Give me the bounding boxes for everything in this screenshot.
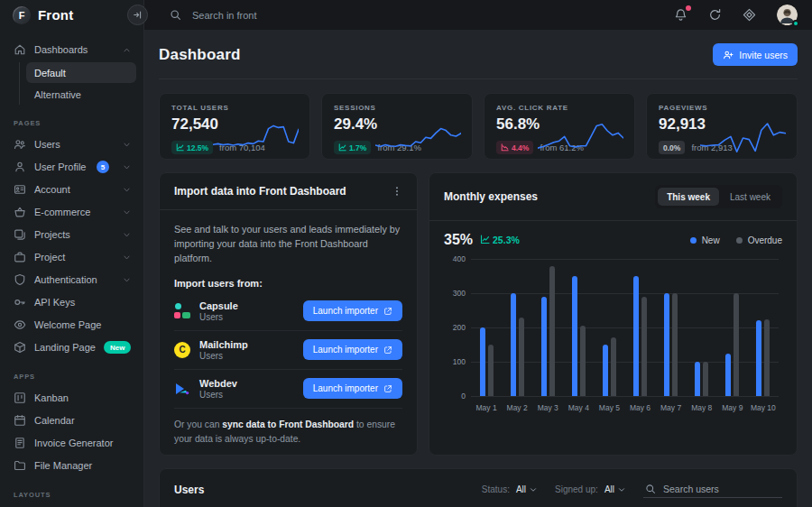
import-footer: Or you can sync data to Front Dashboard … (174, 408, 402, 447)
bar-new (756, 320, 761, 396)
import-card-title: Import data into Front Dashboard (174, 185, 346, 198)
expenses-headline: 35% 25.3% (444, 232, 520, 248)
refresh-button[interactable] (708, 8, 722, 22)
sidebar-item-users[interactable]: Users (7, 134, 136, 155)
sidebar-item-projects[interactable]: Projects (7, 224, 136, 245)
sidebar-item-api-keys[interactable]: API Keys (7, 291, 136, 313)
status-filter: Status: All (482, 484, 537, 494)
bar-new (664, 293, 669, 396)
monthly-expenses-card: Monthly expenses This weekLast week 35% … (429, 172, 798, 456)
bar-group-may-8 (687, 259, 717, 396)
sidebar-item-project[interactable]: Project (7, 246, 136, 268)
expenses-change: 25.3% (480, 235, 520, 245)
sidebar-badge: 5 (97, 161, 109, 173)
external-link-icon (383, 346, 392, 355)
global-search-input[interactable] (192, 10, 409, 21)
brand-logo[interactable]: F Front (0, 0, 143, 30)
external-link-icon (383, 384, 392, 393)
stat-card-sessions: SESSIONS29.4%1.7%from 29.1% (321, 93, 473, 160)
sidebar-section-label: APPS (14, 373, 136, 381)
sidebar-item-dashboards[interactable]: Dashboards (7, 39, 136, 60)
sidebar-item-invoice-generator[interactable]: Invoice Generator (7, 432, 136, 454)
launch-importer-button[interactable]: Launch importer (303, 300, 402, 321)
notifications-button[interactable] (674, 8, 687, 22)
sidebar-item-authentication[interactable]: Authentication (7, 269, 136, 290)
folder-icon (14, 459, 26, 472)
chevron-down-icon (123, 163, 131, 171)
sidebar-item-kanban[interactable]: Kanban (7, 387, 136, 409)
bar-overdue (703, 362, 708, 396)
bar-group-may-4 (563, 259, 594, 396)
sidebar-collapse-button[interactable] (127, 5, 148, 25)
source-type: Users (199, 390, 294, 400)
x-axis-label: May 8 (687, 403, 717, 412)
bars-container (471, 259, 779, 396)
status-filter-label: Status: (482, 484, 510, 494)
sidebar-nav: DashboardsDefaultAlternativePAGESUsersUs… (0, 30, 143, 507)
calendar-icon (14, 414, 26, 427)
legend-item-overdue[interactable]: Overdue (736, 235, 782, 245)
notification-dot (686, 5, 691, 11)
bar-overdue (549, 266, 555, 396)
sidebar-item-label: E-commerce (34, 207, 115, 217)
users-search-input[interactable] (663, 484, 780, 494)
bar-group-may-1 (471, 259, 502, 396)
sparkline (700, 116, 786, 158)
expenses-card-body: 35% 25.3% NewOverdue 4003002001000 May 1… (429, 221, 797, 455)
page-title: Dashboard (159, 46, 241, 64)
sidebar-item-account[interactable]: Account (7, 179, 136, 200)
sidebar-section-label: LAYOUTS (14, 491, 136, 499)
launch-importer-button[interactable]: Launch importer (303, 339, 402, 360)
page-header: Dashboard Invite users (159, 30, 798, 79)
search-icon (170, 9, 181, 21)
week-toggle-last-week[interactable]: Last week (721, 188, 780, 206)
status-filter-dropdown[interactable]: All (516, 484, 537, 494)
stats-row: TOTAL USERS72,54012.5%from 70,104SESSION… (159, 93, 798, 160)
sidebar-item-label: API Keys (34, 297, 131, 308)
sidebar-item-calendar[interactable]: Calendar (7, 410, 136, 431)
chart-legend: NewOverdue (690, 235, 782, 245)
apps-button[interactable] (743, 8, 756, 22)
import-source-row-mailchimp: CMailchimpUsersLaunch importer (174, 331, 402, 370)
source-name: Webdev (199, 378, 294, 389)
sync-data-link[interactable]: sync data to Front Dashboard (222, 419, 354, 429)
chevron-down-icon (618, 486, 625, 493)
stat-card-avg-click-rate: AVG. CLICK RATE56.8%4.4%from 61.2% (484, 93, 635, 160)
gridline (471, 396, 779, 397)
legend-item-new[interactable]: New (690, 235, 720, 245)
bar-group-may-2 (502, 259, 532, 396)
launch-importer-button[interactable]: Launch importer (303, 378, 402, 399)
stat-change-badge: 4.4% (496, 141, 533, 154)
stat-change-badge: 0.0% (659, 141, 685, 154)
sidebar-item-user-profile[interactable]: User Profile5 (7, 156, 136, 178)
sidebar-item-e-commerce[interactable]: E-commerce (7, 201, 136, 223)
app-root: F Front DashboardsDefaultAlternativePAGE… (0, 0, 812, 507)
chevron-down-icon (123, 254, 131, 262)
external-link-icon (383, 307, 392, 316)
sidebar-item-file-manager[interactable]: File Manager (7, 455, 136, 476)
sidebar-item-welcome-page[interactable]: Welcome Page (7, 314, 136, 336)
sidebar-subitem-alternative[interactable]: Alternative (26, 84, 136, 105)
bell-icon (674, 8, 687, 22)
signed-up-filter-dropdown[interactable]: All (604, 484, 625, 494)
sidebar-subitem-default[interactable]: Default (26, 62, 136, 83)
x-axis-label: May 5 (594, 403, 624, 412)
sidebar-item-label: Kanban (34, 392, 131, 403)
source-name: Capsule (199, 300, 294, 311)
sidebar-item-label: Projects (34, 229, 115, 240)
card-menu-button[interactable] (392, 186, 402, 197)
bar-overdue (764, 319, 770, 397)
users-card-header: Users Status: All Signed up: (160, 469, 797, 507)
bar-new (603, 345, 608, 396)
x-axis-label: May 4 (563, 403, 594, 412)
sidebar-item-label: Authentication (34, 274, 115, 285)
invite-users-button[interactable]: Invite users (713, 43, 798, 66)
y-axis-tick: 200 (444, 323, 466, 332)
invite-users-label: Invite users (739, 50, 788, 60)
sidebar-item-landing-page[interactable]: Landing PageNew (7, 336, 136, 358)
bar-new (511, 293, 516, 396)
week-toggle-this-week[interactable]: This week (658, 188, 719, 206)
sparkline (538, 116, 623, 158)
user-menu-button[interactable] (777, 5, 798, 25)
x-axis-label: May 7 (656, 403, 687, 412)
